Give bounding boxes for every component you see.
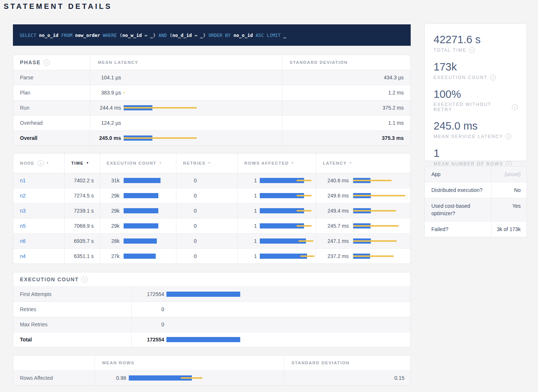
rows-stddev-value: 0.15 [394, 375, 404, 381]
node-retries-value: 0 [176, 178, 197, 183]
node-cell: n2 [13, 188, 64, 203]
sql-token [72, 32, 75, 38]
bar-stddev [300, 255, 314, 257]
standard-deviation-column-header[interactable]: STANDARD DEVIATION [282, 55, 411, 70]
latency-bar [124, 223, 176, 229]
bar-stddev [353, 255, 394, 257]
phase-column-header[interactable]: PHASEi [13, 55, 90, 70]
node-latency-cell: 247.1 ms [316, 234, 411, 248]
node-link[interactable]: n3 [20, 208, 26, 214]
sql-keyword: ORDER BY [208, 32, 231, 38]
phase-latency-table: PHASEiMEAN LATENCYSTANDARD DEVIATIONPars… [13, 55, 411, 146]
info-icon[interactable]: i [82, 276, 88, 283]
exec-row-label: Retries [13, 302, 131, 317]
node-exec-count-value: 31k [100, 178, 120, 183]
node-time-value: 6351.1 s [74, 253, 94, 259]
info-icon[interactable]: i [38, 160, 44, 166]
node-time-value: 7239.1 s [74, 208, 94, 214]
node-exec-count-cell: 31k [100, 173, 176, 188]
sql-token [156, 32, 159, 38]
column-header-retries[interactable]: RETRIES▼ [176, 154, 237, 173]
info-icon[interactable]: i [506, 134, 511, 140]
attribute-value: No [491, 182, 527, 198]
sql-keyword: ASC LIMIT [256, 32, 281, 38]
summary-stat-label: MEAN SERVICE LATENCYi [434, 134, 518, 140]
node-link[interactable]: n4 [20, 253, 26, 259]
phase-table-row: Plan383.9 µs1.2 ms [13, 85, 410, 100]
phase-mean-latency-value: 383.9 µs [90, 90, 121, 96]
exec-row-value: 0 [132, 321, 164, 327]
node-latency-cell: 240.6 ms [316, 173, 411, 188]
bar-stddev [299, 240, 313, 242]
attribute-value: (unset) [491, 166, 527, 182]
latency-bar [260, 193, 316, 199]
phase-stddev-value: 434.3 µs [384, 75, 404, 80]
sort-descending-icon[interactable]: ▼ [291, 161, 295, 165]
info-icon[interactable]: i [44, 59, 50, 66]
sql-token [253, 32, 256, 38]
sort-descending-icon[interactable]: ▼ [46, 161, 50, 165]
bar-stddev [353, 240, 397, 242]
attribute-label: Distributed execution? [425, 182, 491, 198]
exec-table-row: First Attempts172554 [13, 286, 410, 302]
node-time-value: 7402.2 s [74, 178, 94, 183]
bar-mean [166, 337, 240, 342]
sql-token [117, 32, 120, 38]
attribute-row: Distributed execution?No [425, 182, 527, 198]
column-header-execution-count[interactable]: EXECUTION COUNT▼ [100, 154, 176, 173]
node-link[interactable]: n5 [20, 223, 26, 229]
latency-bar [260, 238, 316, 244]
sql-token: = [192, 32, 200, 38]
node-rows-affected-cell: 1 [237, 249, 316, 264]
latency-bar [124, 238, 176, 244]
bar-stddev [353, 195, 405, 196]
phase-table-header: PHASEiMEAN LATENCYSTANDARD DEVIATION [13, 55, 410, 70]
bar-stddev [297, 195, 311, 196]
phase-stddev-cell: 375.3 ms [282, 131, 411, 145]
summary-stat-value: 173k [434, 61, 518, 73]
node-stats-table: NODEi▼TIME▼EXECUTION COUNT▼RETRIES▼ROWS … [13, 153, 411, 264]
latency-bar [353, 253, 411, 259]
node-exec-count-value: 28k [100, 238, 120, 244]
sql-token [36, 32, 39, 38]
phase-stddev-value: 375.3 ms [382, 135, 404, 141]
summary-stats-card: 42271.6 sTOTAL TIMEi173kEXECUTION COUNTi… [424, 24, 527, 161]
node-cell: n3 [13, 203, 64, 218]
node-retries-cell: 0 [176, 219, 237, 233]
sort-descending-icon[interactable]: ▼ [86, 161, 90, 165]
column-header-rows-affected[interactable]: ROWS AFFECTED▼ [237, 154, 316, 173]
phase-mean-latency-value: 245.0 ms [90, 135, 121, 141]
info-icon[interactable]: i [490, 75, 496, 80]
sort-descending-icon[interactable]: ▼ [159, 161, 162, 165]
column-header-node[interactable]: NODEi▼ [13, 154, 64, 173]
node-time-cell: 7402.2 s [64, 173, 100, 188]
node-rows-affected-value: 1 [238, 223, 257, 229]
mean-latency-column-header[interactable]: MEAN LATENCY [90, 55, 282, 70]
info-icon[interactable]: i [512, 104, 518, 110]
sql-token: no_d_id [172, 32, 192, 38]
sql-keyword: WHERE [103, 32, 117, 38]
node-link[interactable]: n6 [20, 238, 26, 244]
sort-descending-icon[interactable]: ▼ [208, 161, 211, 165]
column-header-time[interactable]: TIME▼ [64, 154, 100, 173]
info-icon[interactable]: i [469, 47, 475, 53]
node-link[interactable]: n2 [20, 193, 26, 199]
summary-stat: 42271.6 sTOTAL TIMEi [434, 34, 518, 53]
node-time-cell: 7239.1 s [64, 203, 100, 218]
sql-token: = [142, 32, 150, 38]
sql-keyword: AND [158, 32, 167, 38]
column-header-latency[interactable]: LATENCY▼ [316, 154, 411, 173]
sort-descending-icon[interactable]: ▼ [349, 161, 353, 165]
node-retries-value: 0 [176, 193, 197, 199]
phase-stddev-cell: 375.2 ms [282, 100, 411, 115]
node-table-row: n57068.9 s29k01245.7 ms [13, 218, 410, 233]
node-exec-count-cell: 28k [100, 234, 176, 248]
phase-stddev-cell: 1.1 ms [282, 116, 411, 130]
node-cell: n4 [13, 249, 64, 264]
phase-label: Overhead [13, 116, 90, 130]
rows-affected-table: MEAN ROWSSTANDARD DEVIATIONRows Affected… [13, 355, 411, 386]
node-link[interactable]: n1 [20, 178, 26, 183]
node-rows-affected-cell: 1 [237, 188, 316, 203]
node-table-row: n17402.2 s31k01240.6 ms [13, 173, 410, 188]
latency-bar [124, 90, 282, 96]
